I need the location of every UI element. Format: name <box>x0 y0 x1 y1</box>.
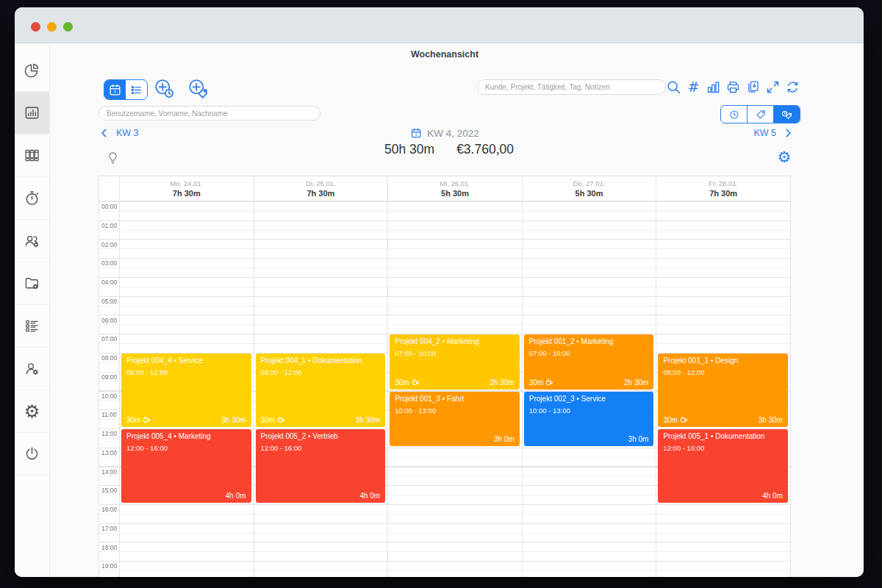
event-pause-label: 30m <box>126 416 140 424</box>
traffic-lights <box>31 22 73 32</box>
day-total: 7h 30m <box>656 189 790 198</box>
event-title: Projekt 005_4 • Marketing <box>126 432 246 441</box>
day-header: Do, 27.01.5h 30m <box>522 176 656 201</box>
day-column[interactable]: Projekt 004_2 • Marketing07:00 - 10:0030… <box>387 201 522 577</box>
time-label: 03:00 <box>101 259 117 267</box>
sidebar: ⚙ <box>15 43 50 577</box>
next-week-label: KW 5 <box>753 128 776 138</box>
toolbar-action-icons: # <box>666 79 800 95</box>
next-week-button[interactable]: KW 5 <box>753 127 794 139</box>
user-filter-input[interactable] <box>98 106 320 121</box>
fullscreen-button[interactable] <box>765 79 781 95</box>
time-label: 16:00 <box>101 506 117 513</box>
print-button[interactable] <box>725 79 741 95</box>
event-duration: 3h 30m <box>221 416 245 424</box>
clock-tag-icon <box>780 109 795 121</box>
event-pause-label: 30m <box>395 379 409 387</box>
event-duration: 2h 30m <box>624 379 648 387</box>
main-content: Wochenansicht 1 # KW 3 1 KW 4, 2022 KW 5… <box>51 43 864 577</box>
calendar-event[interactable]: Projekt 002_3 • Service10:00 - 13:003h 0… <box>524 392 654 446</box>
filter-time-button[interactable] <box>721 106 747 123</box>
refresh-icon <box>785 79 800 95</box>
event-pause: 30m <box>261 416 285 424</box>
printer-icon <box>725 79 741 95</box>
event-time: 08:00 - 12:00 <box>663 368 783 376</box>
list-view-button[interactable] <box>126 80 147 99</box>
filter-time-tag-button[interactable] <box>773 106 800 123</box>
calendar-event[interactable]: Projekt 005_1 • Dokumentation12:00 - 16:… <box>658 429 788 503</box>
time-label: 01:00 <box>101 222 117 229</box>
add-time-entry-button[interactable] <box>154 78 174 98</box>
sidebar-item-team-settings[interactable] <box>15 220 49 262</box>
desktop-background: ⚙ Wochenansicht 1 # KW 3 1 KW 4, 2022 KW… <box>0 0 882 588</box>
power-icon <box>24 445 40 462</box>
event-duration: 4h 0m <box>762 492 783 500</box>
day-header: Di, 25.01.7h 30m <box>254 176 388 201</box>
statistics-button[interactable] <box>706 79 721 95</box>
calendar-event[interactable]: Projekt 005_4 • Marketing12:00 - 16:004h… <box>121 429 251 503</box>
sidebar-item-project-settings[interactable] <box>15 262 49 305</box>
calendar-settings-button[interactable]: ⚙ <box>776 149 792 165</box>
sidebar-item-settings[interactable]: ⚙ <box>15 390 49 433</box>
filter-tag-button[interactable] <box>747 106 773 123</box>
window-titlebar[interactable] <box>15 7 864 43</box>
time-label: 05:00 <box>101 298 117 305</box>
event-title: Projekt 005_1 • Dokumentation <box>663 432 783 441</box>
event-title: Projekt 004_4 • Service <box>126 356 246 365</box>
search-input[interactable] <box>477 79 666 95</box>
day-column[interactable]: Projekt 004_1 • Dokumentation08:00 - 12:… <box>254 201 388 577</box>
sidebar-item-archive[interactable] <box>15 135 49 177</box>
calendar-event[interactable]: Projekt 004_2 • Marketing07:00 - 10:0030… <box>390 334 520 389</box>
current-week-label: KW 4, 2022 <box>427 128 479 139</box>
view-toggle: 1 <box>104 79 148 100</box>
chevron-right-icon <box>782 127 794 139</box>
day-total: 7h 30m <box>254 189 388 198</box>
sidebar-item-timer[interactable] <box>15 177 49 220</box>
day-column[interactable]: Projekt 004_4 • Service08:00 - 12:0030m3… <box>119 201 254 577</box>
week-calendar: Mo, 24.01.7h 30mDi, 25.01.7h 30mMi, 26.0… <box>98 176 791 577</box>
event-duration: 2h 30m <box>490 379 514 387</box>
event-footer: 3h 0m <box>529 435 649 443</box>
hint-button[interactable] <box>105 151 121 166</box>
calendar-small-icon: 1 <box>410 127 422 139</box>
event-time: 07:00 - 10:00 <box>529 349 649 357</box>
calendar-grid: 00:0001:0002:0003:0004:0005:0006:0007:00… <box>99 201 790 577</box>
event-pause-label: 30m <box>663 416 677 424</box>
close-button[interactable] <box>31 22 40 32</box>
day-column[interactable]: Projekt 001_1 • Design08:00 - 12:0030m3h… <box>656 201 790 577</box>
event-time: 12:00 - 16:00 <box>261 444 381 452</box>
hash-button[interactable]: # <box>686 79 701 95</box>
copy-export-button[interactable] <box>745 79 761 95</box>
sidebar-item-power[interactable] <box>15 433 49 476</box>
add-buttons <box>154 78 208 98</box>
day-date-label: Do, 27.01. <box>523 179 656 187</box>
binders-icon <box>24 147 40 164</box>
add-tag-entry-button[interactable] <box>187 78 208 98</box>
calendar-event[interactable]: Projekt 005_2 • Vertrieb12:00 - 16:004h … <box>256 429 386 503</box>
calendar-event[interactable]: Projekt 001_3 • Fahrt10:00 - 13:003h 0m <box>390 392 520 446</box>
sidebar-item-user-settings[interactable] <box>15 348 49 390</box>
prev-week-button[interactable]: KW 3 <box>98 127 139 139</box>
refresh-button[interactable] <box>785 79 800 95</box>
time-label: 10:00 <box>101 392 117 400</box>
time-label: 08:00 <box>101 354 117 362</box>
calendar-event[interactable]: Projekt 001_2 • Marketing07:00 - 10:0030… <box>524 334 654 389</box>
app-window: ⚙ Wochenansicht 1 # KW 3 1 KW 4, 2022 KW… <box>15 7 864 577</box>
mug-icon <box>545 379 553 387</box>
day-column[interactable]: Projekt 001_2 • Marketing07:00 - 10:0030… <box>522 201 656 577</box>
search-button[interactable] <box>666 79 681 95</box>
sidebar-item-task-list[interactable] <box>15 305 49 348</box>
calendar-event[interactable]: Projekt 004_4 • Service08:00 - 12:0030m3… <box>121 354 251 427</box>
calendar-view-button[interactable]: 1 <box>104 80 126 99</box>
calendar-event[interactable]: Projekt 004_1 • Dokumentation08:00 - 12:… <box>256 354 386 427</box>
add-time-icon <box>154 78 174 98</box>
time-gutter: 00:0001:0002:0003:0004:0005:0006:0007:00… <box>99 201 119 577</box>
calendar-event[interactable]: Projekt 001_1 • Design08:00 - 12:0030m3h… <box>658 354 788 427</box>
event-footer: 30m3h 30m <box>663 416 783 424</box>
sidebar-item-statistics-bars[interactable] <box>15 92 49 135</box>
event-time: 08:00 - 12:00 <box>261 368 381 376</box>
minimize-button[interactable] <box>47 22 57 32</box>
sidebar-item-reports-pie[interactable] <box>15 49 49 92</box>
day-header-row: Mo, 24.01.7h 30mDi, 25.01.7h 30mMi, 26.0… <box>99 176 790 201</box>
zoom-button[interactable] <box>63 22 73 32</box>
